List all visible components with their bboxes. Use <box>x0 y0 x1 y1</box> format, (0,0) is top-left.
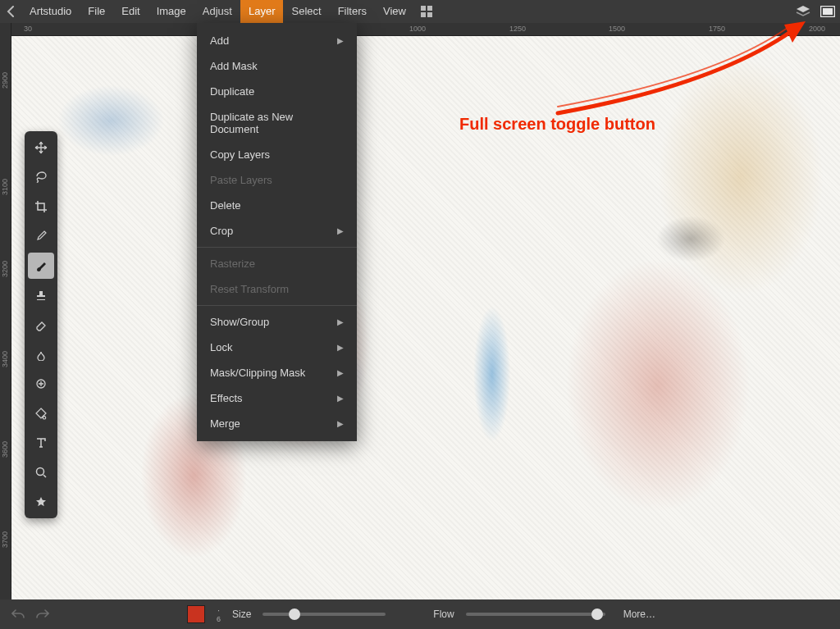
smudge-icon <box>34 348 48 361</box>
menu-bar: Artstudio FileEditImageAdjustLayerSelect… <box>0 0 840 23</box>
grid-view-button[interactable] <box>414 0 439 23</box>
foreground-color-chip[interactable] <box>187 605 205 623</box>
favorites-icon <box>34 495 48 508</box>
tool-stamp[interactable] <box>28 282 54 308</box>
menu-item-duplicate[interactable]: Duplicate <box>197 79 357 104</box>
menu-item-label: Add <box>210 34 229 47</box>
menu-item-copy-layers[interactable]: Copy Layers <box>197 142 357 167</box>
layers-icon <box>796 5 810 18</box>
menu-item-label: Lock <box>210 341 232 353</box>
menu-item-duplicate-as-new-document[interactable]: Duplicate as New Document <box>197 104 357 142</box>
menu-view[interactable]: View <box>375 0 414 23</box>
flow-slider[interactable] <box>466 613 605 616</box>
menu-separator <box>197 247 357 248</box>
ruler-mark: 30 <box>24 25 32 33</box>
svg-point-7 <box>37 468 44 476</box>
ruler-mark: 3200 <box>1 261 9 277</box>
ruler-mark: 3700 <box>1 531 9 548</box>
menu-item-add-mask[interactable]: Add Mask <box>197 53 357 79</box>
menu-item-label: Delete <box>210 199 241 212</box>
menu-edit[interactable]: Edit <box>113 0 148 23</box>
tool-eraser[interactable] <box>28 312 54 338</box>
ruler-vertical: 290031003200340036003700 <box>0 23 11 599</box>
menu-item-lock[interactable]: Lock▶ <box>197 335 357 360</box>
ruler-mark: 2900 <box>1 72 9 89</box>
tool-smudge[interactable] <box>28 341 54 367</box>
tool-heal[interactable] <box>28 371 54 397</box>
flow-slider-knob[interactable] <box>591 608 603 620</box>
menu-separator <box>197 305 357 306</box>
menu-item-label: Effects <box>210 392 243 404</box>
menu-item-label: Show/Group <box>210 316 269 328</box>
svg-rect-5 <box>823 8 833 15</box>
menu-adjust[interactable]: Adjust <box>194 0 240 23</box>
tool-move[interactable] <box>28 134 54 161</box>
brush-preview[interactable]: · 6 <box>217 605 221 623</box>
layer-menu-dropdown: Add▶Add MaskDuplicateDuplicate as New Do… <box>197 23 357 441</box>
menu-item-label: Crop <box>210 225 233 237</box>
canvas-viewport[interactable] <box>11 36 840 599</box>
flow-label: Flow <box>433 608 454 620</box>
menu-item-mask-clipping-mask[interactable]: Mask/Clipping Mask▶ <box>197 360 357 385</box>
menu-item-add[interactable]: Add▶ <box>197 28 357 53</box>
fullscreen-toggle-button[interactable] <box>815 0 840 23</box>
menu-item-label: Duplicate <box>210 85 254 98</box>
menu-item-show-group[interactable]: Show/Group▶ <box>197 309 357 335</box>
menu-image[interactable]: Image <box>148 0 194 23</box>
tool-text[interactable] <box>28 430 54 456</box>
menu-item-delete[interactable]: Delete <box>197 193 357 218</box>
tool-crop[interactable] <box>28 194 54 220</box>
brush-preview-size: 6 <box>217 615 221 623</box>
crop-icon <box>34 200 48 213</box>
menu-layer[interactable]: Layer <box>240 0 284 23</box>
menu-item-label: Add Mask <box>210 60 258 72</box>
submenu-arrow-icon: ▶ <box>337 343 344 352</box>
chevron-left-icon <box>7 6 15 17</box>
svg-rect-3 <box>427 12 432 17</box>
submenu-arrow-icon: ▶ <box>337 36 344 45</box>
submenu-arrow-icon: ▶ <box>337 226 344 235</box>
tool-eyedropper[interactable] <box>28 223 54 249</box>
menu-item-label: Mask/Clipping Mask <box>210 367 305 379</box>
svg-rect-2 <box>421 12 426 17</box>
size-label: Size <box>232 608 251 620</box>
brush-icon <box>34 259 48 272</box>
ruler-mark: 1500 <box>609 25 625 33</box>
menu-select[interactable]: Select <box>283 0 329 23</box>
ruler-mark: 3400 <box>1 351 9 367</box>
redo-icon <box>36 608 49 620</box>
redo-button[interactable] <box>36 608 49 620</box>
tool-lasso[interactable] <box>28 164 54 190</box>
tool-brush[interactable] <box>28 253 54 279</box>
menu-filters[interactable]: Filters <box>330 0 375 23</box>
size-slider[interactable] <box>262 613 386 616</box>
ruler-horizontal: 3010001250150017502000 <box>11 23 840 36</box>
tool-zoom[interactable] <box>28 459 54 485</box>
menu-item-label: Reset Transform <box>210 283 289 295</box>
ruler-mark: 1250 <box>509 25 526 33</box>
svg-rect-0 <box>421 6 426 11</box>
ruler-mark: 3600 <box>1 441 9 458</box>
tool-favorites[interactable] <box>28 489 54 515</box>
eyedropper-icon <box>34 230 48 243</box>
tool-fill[interactable] <box>28 400 54 426</box>
submenu-arrow-icon: ▶ <box>337 368 344 377</box>
size-slider-knob[interactable] <box>289 608 300 620</box>
app-root: 3010001250150017502000 29003100320034003… <box>0 0 840 629</box>
more-options-button[interactable]: More… <box>623 608 655 620</box>
menu-item-merge[interactable]: Merge▶ <box>197 411 357 436</box>
undo-button[interactable] <box>11 608 25 620</box>
menu-item-label: Merge <box>210 417 240 430</box>
annotation-label: Full screen toggle button <box>459 115 655 134</box>
stamp-icon <box>34 289 48 302</box>
artwork-image <box>11 36 840 599</box>
submenu-arrow-icon: ▶ <box>337 394 344 403</box>
menu-item-label: Duplicate as New Document <box>210 111 344 135</box>
layers-panel-button[interactable] <box>791 0 815 23</box>
menu-file[interactable]: File <box>80 0 113 23</box>
menu-appname[interactable]: Artstudio <box>21 0 80 23</box>
back-button[interactable] <box>0 0 21 23</box>
menu-item-effects[interactable]: Effects▶ <box>197 385 357 411</box>
menu-item-paste-layers: Paste Layers <box>197 167 357 193</box>
menu-item-crop[interactable]: Crop▶ <box>197 218 357 244</box>
